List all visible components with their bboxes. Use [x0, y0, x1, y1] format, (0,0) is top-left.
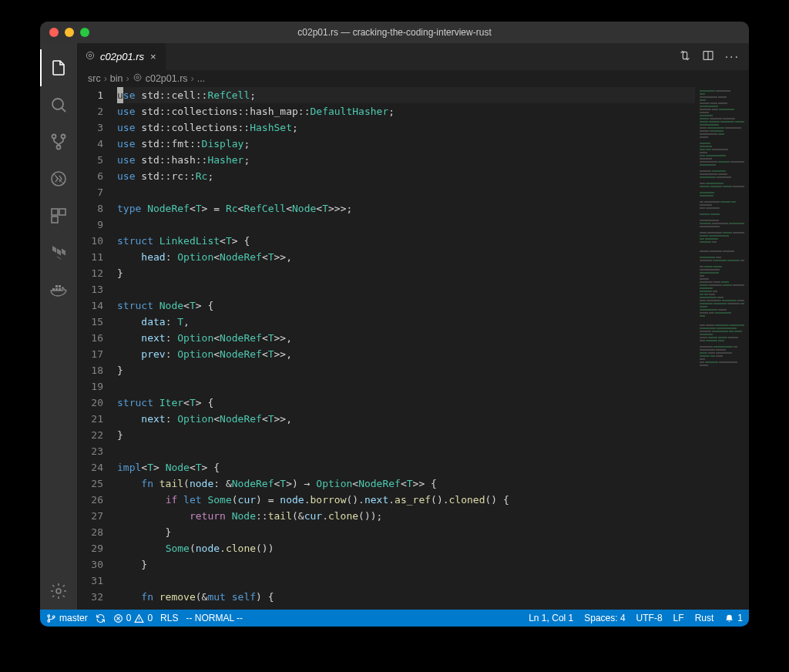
cursor-position-status[interactable]: Ln 1, Col 1: [529, 613, 573, 623]
svg-rect-12: [59, 285, 61, 287]
tab-c02p01[interactable]: c02p01.rs ×: [77, 43, 166, 70]
svg-point-13: [56, 589, 61, 593]
rust-file-icon: [133, 72, 143, 85]
git-branch-name: master: [59, 613, 88, 623]
svg-point-21: [52, 615, 55, 617]
indentation-status[interactable]: Spaces: 4: [584, 613, 625, 623]
problems-status[interactable]: 0 0: [113, 613, 153, 623]
svg-point-0: [52, 99, 63, 109]
minimize-window-button[interactable]: [65, 28, 74, 37]
titlebar: c02p01.rs — cracking-the-coding-intervie…: [40, 22, 749, 43]
svg-rect-11: [55, 285, 58, 287]
warning-count: 0: [147, 613, 153, 623]
editor-viewport[interactable]: 1234567891011121314151617181920212223242…: [77, 87, 749, 610]
svg-point-3: [57, 146, 61, 150]
chevron-right-icon: ›: [126, 73, 129, 84]
svg-point-17: [134, 74, 141, 81]
tab-close-icon[interactable]: ×: [149, 49, 158, 64]
rust-file-icon: [85, 50, 96, 63]
breadcrumb-part[interactable]: src: [88, 73, 101, 84]
traffic-lights: [40, 28, 89, 37]
svg-point-15: [89, 54, 92, 57]
svg-rect-6: [59, 209, 65, 215]
svg-point-14: [86, 52, 93, 59]
tab-filename: c02p01.rs: [100, 51, 144, 62]
breadcrumb-part[interactable]: ...: [197, 73, 205, 84]
explorer-icon[interactable]: [40, 49, 77, 86]
more-actions-icon[interactable]: ···: [725, 50, 740, 64]
chevron-right-icon: ›: [104, 73, 107, 84]
svg-point-1: [52, 135, 56, 139]
breadcrumb[interactable]: src › bin › c02p01.rs › ...: [77, 70, 749, 87]
activity-bar: [40, 43, 77, 610]
close-window-button[interactable]: [49, 28, 59, 37]
window: c02p01.rs — cracking-the-coding-intervie…: [40, 22, 749, 627]
encoding-status[interactable]: UTF-8: [636, 613, 663, 623]
svg-rect-5: [52, 209, 58, 215]
search-icon[interactable]: [40, 86, 77, 123]
language-server-status[interactable]: RLS: [160, 613, 178, 623]
svg-rect-7: [52, 217, 58, 223]
split-editor-icon[interactable]: [702, 49, 714, 65]
source-control-icon[interactable]: [40, 123, 77, 160]
settings-gear-icon[interactable]: [40, 573, 77, 610]
editor-tabs: c02p01.rs × ···: [77, 43, 749, 70]
editor-area: c02p01.rs × ··· src › bin ›: [77, 43, 749, 610]
chevron-right-icon: ›: [191, 73, 194, 84]
svg-point-19: [48, 614, 50, 617]
language-mode-status[interactable]: Rust: [695, 613, 714, 623]
status-bar: master 0 0 RLS -- NORMAL -- Ln 1, Col 1 …: [40, 610, 749, 627]
breadcrumb-part[interactable]: c02p01.rs: [146, 73, 188, 84]
terraform-icon[interactable]: [40, 234, 77, 271]
code-content[interactable]: use std::cell::RefCell;use std::collecti…: [117, 87, 695, 610]
minimap[interactable]: [695, 87, 749, 610]
line-number-gutter: 1234567891011121314151617181920212223242…: [77, 87, 117, 610]
compare-changes-icon[interactable]: [679, 49, 691, 65]
extensions-icon[interactable]: [40, 197, 77, 234]
debug-icon[interactable]: [40, 160, 77, 197]
notifications-status[interactable]: 1: [724, 613, 743, 623]
error-count: 0: [126, 613, 132, 623]
svg-point-18: [136, 76, 139, 79]
docker-icon[interactable]: [40, 271, 77, 308]
main-body: c02p01.rs × ··· src › bin ›: [40, 43, 749, 610]
svg-point-2: [62, 135, 65, 139]
editor-actions: ···: [679, 43, 749, 70]
window-title: c02p01.rs — cracking-the-coding-intervie…: [40, 27, 749, 38]
vim-mode-status: -- NORMAL --: [186, 613, 243, 623]
sync-changes-button[interactable]: [96, 613, 106, 623]
breadcrumb-part[interactable]: bin: [110, 73, 123, 84]
svg-point-20: [48, 620, 50, 622]
git-branch-status[interactable]: master: [46, 613, 88, 623]
eol-status[interactable]: LF: [673, 613, 684, 623]
zoom-window-button[interactable]: [80, 28, 89, 37]
